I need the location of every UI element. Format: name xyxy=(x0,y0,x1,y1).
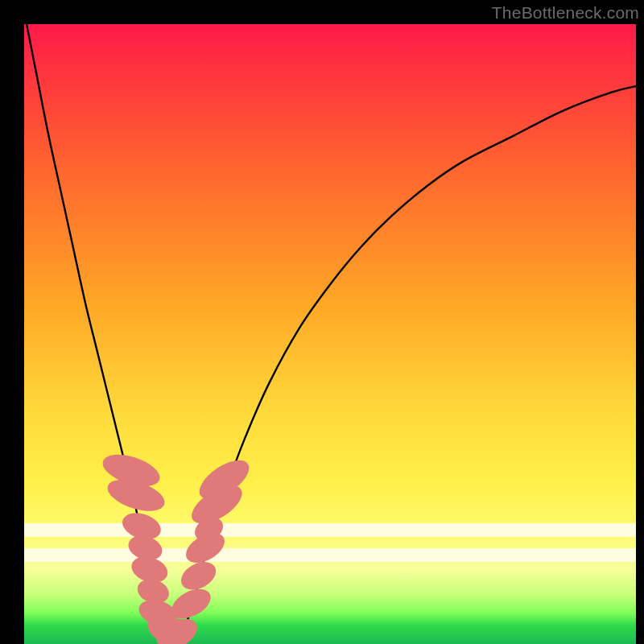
curve-layer xyxy=(24,24,636,644)
marker-group xyxy=(99,448,256,644)
watermark-text: TheBottleneck.com xyxy=(492,3,639,23)
plot-area xyxy=(24,24,636,644)
chart-frame: TheBottleneck.com xyxy=(0,0,644,644)
bottleneck-curve-path xyxy=(24,24,636,642)
